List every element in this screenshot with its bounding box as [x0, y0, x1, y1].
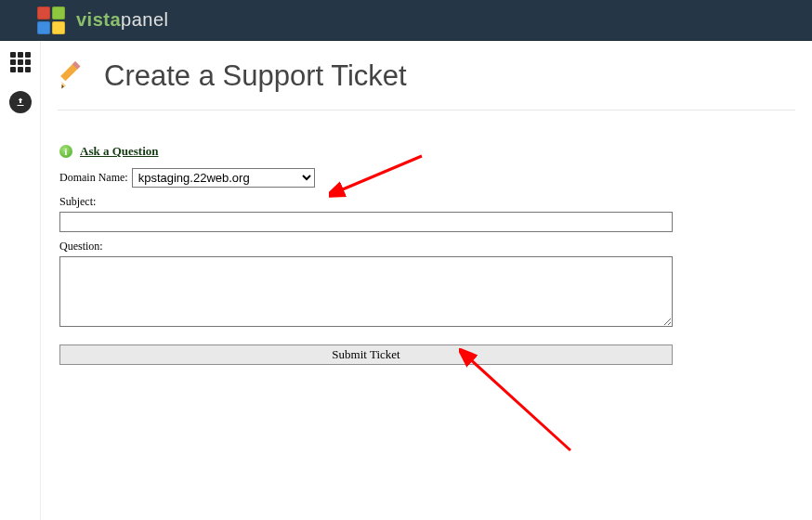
- page-header: Create a Support Ticket: [58, 59, 795, 110]
- annotation-arrow-icon: [459, 348, 580, 460]
- pencil-icon: [58, 59, 91, 93]
- subject-input[interactable]: [59, 212, 673, 232]
- domain-select[interactable]: kpstaging.22web.org: [132, 168, 315, 188]
- submit-ticket-button[interactable]: Submit Ticket: [59, 344, 673, 365]
- upload-icon[interactable]: [9, 91, 32, 113]
- subject-label: Subject:: [59, 195, 795, 209]
- svg-line-5: [468, 358, 570, 450]
- question-textarea[interactable]: [59, 256, 673, 327]
- ask-question-link[interactable]: Ask a Question: [80, 144, 159, 159]
- brand-text: vistapanel: [76, 9, 169, 31]
- logo-icon: [37, 6, 65, 34]
- page-title: Create a Support Ticket: [104, 59, 407, 93]
- question-label: Question:: [59, 240, 795, 254]
- sidebar: [0, 41, 41, 520]
- domain-label: Domain Name:: [59, 171, 128, 185]
- apps-icon[interactable]: [10, 52, 31, 72]
- top-bar: vistapanel: [0, 0, 812, 41]
- info-icon: i: [59, 145, 72, 158]
- content-area: Create a Support Ticket i Ask a Question…: [41, 41, 812, 520]
